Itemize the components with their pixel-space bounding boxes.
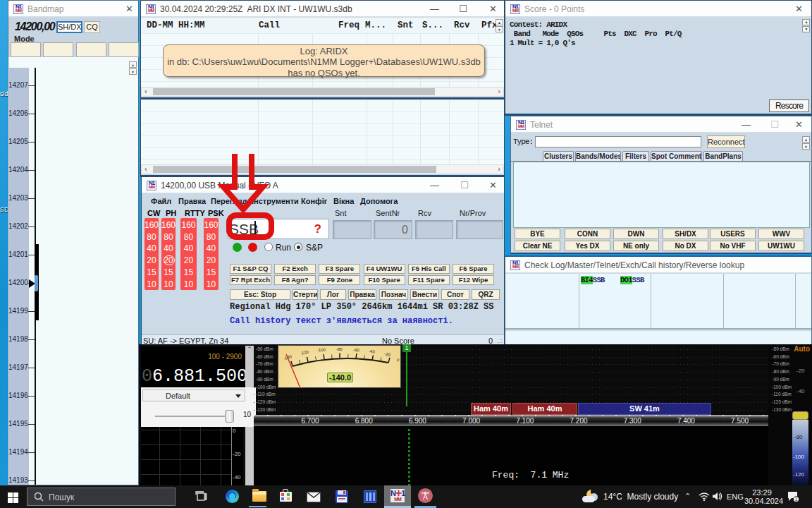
svg-text:-20: -20 xyxy=(384,351,391,357)
svg-text:-120: -120 xyxy=(300,350,309,356)
svg-text:-60: -60 xyxy=(353,348,360,353)
svg-text:1: 1 xyxy=(795,497,798,502)
svg-text:0: 0 xyxy=(396,358,400,363)
svg-text:-80: -80 xyxy=(336,347,343,351)
svg-text:-40: -40 xyxy=(369,349,376,354)
svg-text:-100: -100 xyxy=(317,347,326,352)
